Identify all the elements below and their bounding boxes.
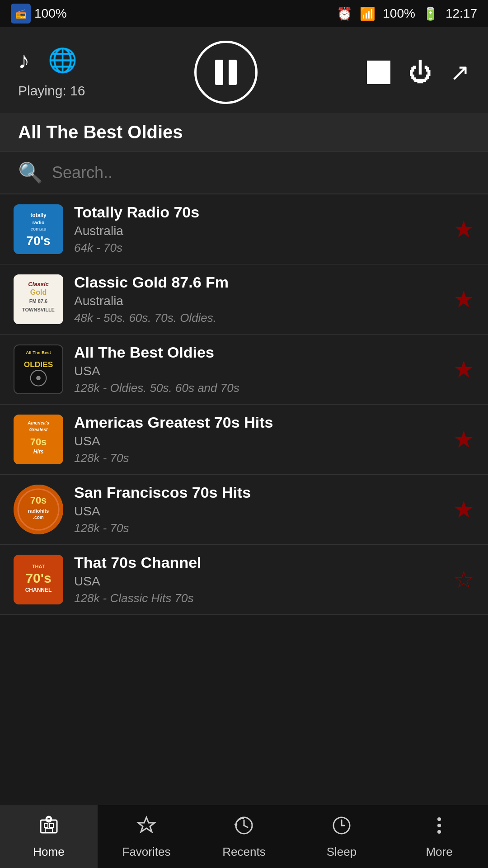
- recents-icon: [233, 815, 255, 841]
- station-logo: THAT 70's CHANNEL: [14, 555, 63, 604]
- status-number: 100%: [34, 6, 67, 21]
- station-country: Australia: [74, 294, 442, 308]
- player-center: [194, 41, 258, 104]
- pause-bar-left: [215, 60, 223, 85]
- station-meta: 128k - Oldies. 50s. 60s and 70s: [74, 381, 442, 395]
- nav-favorites[interactable]: Favorites: [98, 805, 195, 868]
- nav-recents-label: Recents: [222, 845, 265, 859]
- station-logo: totally radio com.au 70's: [14, 204, 63, 254]
- svg-rect-31: [50, 824, 53, 827]
- svg-text:CHANNEL: CHANNEL: [25, 587, 52, 593]
- nav-sleep[interactable]: Sleep: [293, 805, 390, 868]
- playing-label: Playing: 16: [18, 83, 85, 99]
- nav-recents[interactable]: Recents: [195, 805, 293, 868]
- svg-text:com.au: com.au: [30, 226, 46, 231]
- battery-text: 100%: [383, 6, 415, 21]
- favorite-button[interactable]: ★: [453, 216, 474, 243]
- status-left: 📻 100%: [11, 4, 67, 24]
- nav-home[interactable]: Home: [0, 805, 98, 868]
- search-input[interactable]: [52, 163, 470, 182]
- search-container[interactable]: 🔍: [0, 152, 488, 194]
- stop-button[interactable]: [367, 61, 390, 84]
- nav-more[interactable]: More: [390, 805, 488, 868]
- nav-sleep-label: Sleep: [327, 845, 357, 859]
- clock-display: 12:17: [446, 6, 477, 21]
- station-title: Americas Greatest 70s Hits: [74, 414, 442, 431]
- station-item[interactable]: Classic Gold FM 87.6 TOWNSVILLE Classic …: [0, 264, 488, 335]
- station-meta: 128k - 70s: [74, 521, 442, 535]
- globe-icon[interactable]: 🌐: [48, 47, 77, 74]
- svg-text:Gold: Gold: [30, 288, 47, 296]
- svg-text:70s: 70s: [30, 495, 47, 506]
- svg-marker-35: [138, 817, 155, 832]
- svg-text:TOWNSVILLE: TOWNSVILLE: [22, 307, 55, 312]
- svg-text:radio: radio: [33, 220, 45, 225]
- svg-text:THAT: THAT: [32, 564, 45, 569]
- svg-text:70s: 70s: [30, 436, 47, 448]
- bottom-nav: Home Favorites Recents: [0, 805, 488, 868]
- status-bar: 📻 100% ⏰ 📶 100% 🔋 12:17: [0, 0, 488, 27]
- current-station-bar: All The Best Oldies: [0, 113, 488, 152]
- pause-icon: [215, 60, 237, 85]
- station-info: Totally Radio 70s Australia 64k - 70s: [74, 203, 442, 255]
- search-icon: 🔍: [18, 161, 43, 184]
- svg-point-44: [437, 824, 441, 827]
- favorite-button[interactable]: ★: [453, 496, 474, 523]
- station-info: All The Best Oldies USA 128k - Oldies. 5…: [74, 344, 442, 395]
- wifi-icon: 📶: [360, 6, 375, 21]
- station-item[interactable]: All The Best OLDIES All The Best Oldies …: [0, 335, 488, 405]
- station-title: That 70s Channel: [74, 554, 442, 571]
- svg-point-45: [437, 830, 441, 834]
- svg-text:America's: America's: [27, 420, 49, 425]
- app-icon: 📻: [11, 4, 31, 24]
- station-item[interactable]: America's Greatest 70s Hits Americas Gre…: [0, 405, 488, 475]
- station-country: USA: [74, 434, 442, 448]
- svg-text:Hits: Hits: [33, 448, 44, 455]
- favorite-button[interactable]: ☆: [453, 566, 474, 593]
- favorite-button[interactable]: ★: [453, 356, 474, 383]
- sleep-icon: [331, 815, 352, 841]
- svg-text:70's: 70's: [26, 234, 50, 248]
- station-title: Classic Gold 87.6 Fm: [74, 274, 442, 291]
- station-item[interactable]: THAT 70's CHANNEL That 70s Channel USA 1…: [0, 545, 488, 615]
- svg-point-43: [437, 817, 441, 821]
- svg-line-38: [244, 826, 248, 827]
- player-icons-left: ♪ 🌐: [18, 47, 77, 74]
- station-country: Australia: [74, 224, 442, 238]
- svg-text:70's: 70's: [25, 571, 51, 585]
- favorite-button[interactable]: ★: [453, 286, 474, 313]
- favorite-button[interactable]: ★: [453, 426, 474, 453]
- station-item[interactable]: totally radio com.au 70's Totally Radio …: [0, 194, 488, 264]
- favorites-icon: [136, 815, 157, 841]
- svg-text:Greatest: Greatest: [29, 427, 48, 432]
- station-meta: 128k - 70s: [74, 451, 442, 465]
- station-meta: 128k - Classic Hits 70s: [74, 591, 442, 605]
- station-country: USA: [74, 364, 442, 378]
- player-header: ♪ 🌐 Playing: 16 ⏻ ↗: [0, 27, 488, 113]
- more-icon: [428, 815, 450, 841]
- pause-button[interactable]: [194, 41, 258, 104]
- station-list: totally radio com.au 70's Totally Radio …: [0, 194, 488, 615]
- player-left: ♪ 🌐 Playing: 16: [18, 47, 85, 99]
- player-icons-right: ⏻ ↗: [367, 59, 470, 86]
- station-meta: 48k - 50s. 60s. 70s. Oldies.: [74, 311, 442, 325]
- station-title: Totally Radio 70s: [74, 203, 442, 221]
- station-info: Classic Gold 87.6 Fm Australia 48k - 50s…: [74, 274, 442, 325]
- station-logo: America's Greatest 70s Hits: [14, 415, 63, 464]
- home-icon: [38, 815, 60, 841]
- station-logo: Classic Gold FM 87.6 TOWNSVILLE: [14, 274, 63, 324]
- station-logo: All The Best OLDIES: [14, 344, 63, 394]
- station-title: San Franciscos 70s Hits: [74, 484, 442, 501]
- station-title: All The Best Oldies: [74, 344, 442, 361]
- station-country: USA: [74, 504, 442, 519]
- share-icon[interactable]: ↗: [450, 59, 470, 86]
- status-right: ⏰ 📶 100% 🔋 12:17: [337, 6, 477, 21]
- svg-text:radiohits: radiohits: [28, 508, 49, 514]
- svg-text:OLDIES: OLDIES: [24, 360, 53, 369]
- power-icon[interactable]: ⏻: [408, 59, 432, 86]
- station-item[interactable]: 70s radiohits .com San Franciscos 70s Hi…: [0, 475, 488, 545]
- svg-marker-39: [234, 824, 238, 827]
- station-country: USA: [74, 574, 442, 589]
- music-icon[interactable]: ♪: [18, 47, 30, 74]
- svg-text:Classic: Classic: [28, 281, 49, 288]
